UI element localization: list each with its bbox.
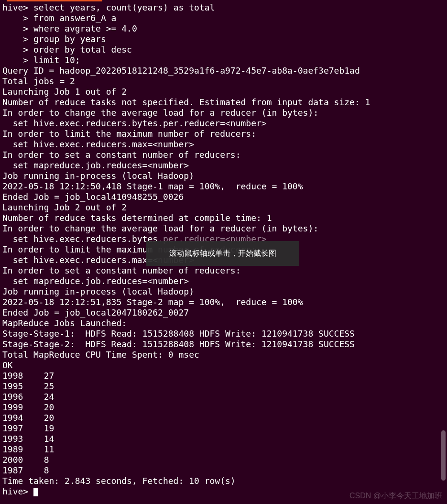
prompt: hive> (2, 486, 33, 496)
output-line: Ended Job = job_local410948255_0026 (2, 192, 184, 202)
output-line: In order to set a constant number of red… (2, 150, 241, 160)
output-line: Time taken: 2.843 seconds, Fetched: 10 r… (2, 476, 236, 486)
output-line: In order to change the average load for … (2, 108, 318, 118)
prompt: hive> (2, 2, 33, 12)
sql-line: from answer6_A a (33, 13, 116, 23)
output-line: Ended Job = job_local2047180262_0027 (2, 307, 189, 318)
cont-prompt: > (2, 34, 33, 44)
sql-line: select years, count(years) as total (33, 2, 215, 12)
scrollbar-track[interactable] (441, 0, 446, 504)
output-line: set mapreduce.job.reduces=<number> (2, 276, 189, 286)
sql-line: order by total desc (33, 44, 132, 55)
output-line: In order to limit the maximum (2, 244, 158, 254)
result-row: 1994 20 (2, 413, 54, 423)
output-line: In order to set a constant number of red… (2, 265, 241, 275)
output-line: Launching Job 1 out of 2 (2, 87, 127, 97)
output-line: In order to limit the maximum number of … (2, 129, 256, 139)
cont-prompt: > (2, 13, 33, 23)
output-line: Number of reduce tasks not specified. Es… (2, 97, 370, 107)
window-accent (7, 0, 102, 1)
output-line: Launching Job 2 out of 2 (2, 202, 127, 212)
cursor[interactable] (33, 488, 38, 496)
output-line: 2022-05-18 12:12:50,418 Stage-1 map = 10… (2, 181, 303, 191)
sql-line: where avgrate >= 4.0 (33, 23, 137, 33)
output-line: Job running in-process (local Hadoop) (2, 171, 194, 181)
result-row: 1987 8 (2, 465, 49, 475)
output-line: OK (2, 360, 13, 370)
output-line: Query ID = hadoop_20220518121248_3529a1f… (2, 66, 360, 76)
output-line: set hive.exec.reducers.max=<number> (2, 139, 194, 149)
output-line: set hive.exec.reducers.bytes (2, 234, 158, 244)
output-line: set hive.exec.reducers.bytes.per.reducer… (2, 118, 267, 128)
output-line: Job running in-process (local Hadoop) (2, 286, 194, 296)
output-line: set mapreduce.job.reduces=<number> (2, 160, 189, 170)
screenshot-tooltip: 滚动鼠标轴或单击，开始截长图 (146, 241, 299, 266)
result-row: 1999 20 (2, 402, 54, 412)
output-line: Stage-Stage-2: HDFS Read: 1515288408 HDF… (2, 339, 355, 349)
scrollbar-thumb[interactable] (441, 430, 446, 481)
cont-prompt: > (2, 55, 33, 65)
watermark: CSDN @小李今天工地加班 (349, 491, 442, 501)
sql-line: limit 10; (33, 55, 80, 65)
output-line: Total MapReduce CPU Time Spent: 0 msec (2, 350, 199, 360)
sql-line: group by years (33, 34, 106, 44)
result-row: 2000 8 (2, 455, 49, 465)
output-line: Total jobs = 2 (2, 76, 75, 86)
result-row: 1996 24 (2, 392, 54, 402)
output-line: MapReduce Jobs Launched: (2, 318, 132, 328)
result-row: 1989 11 (2, 444, 54, 454)
output-line: 2022-05-18 12:12:51,835 Stage-2 map = 10… (2, 297, 303, 307)
result-row: 1998 27 (2, 371, 54, 381)
output-line: Stage-Stage-1: HDFS Read: 1515288408 HDF… (2, 329, 355, 339)
result-row: 1995 25 (2, 381, 54, 391)
result-row: 1997 19 (2, 423, 54, 433)
output-line: In order to change the average load for … (2, 223, 318, 233)
cont-prompt: > (2, 23, 33, 33)
output-line: Number of reduce tasks determined at com… (2, 213, 272, 223)
output-line: set hive.exec.reducers.max=< (2, 255, 158, 265)
result-row: 1993 14 (2, 434, 54, 444)
tooltip-text: 滚动鼠标轴或单击，开始截长图 (169, 249, 276, 259)
cont-prompt: > (2, 44, 33, 55)
